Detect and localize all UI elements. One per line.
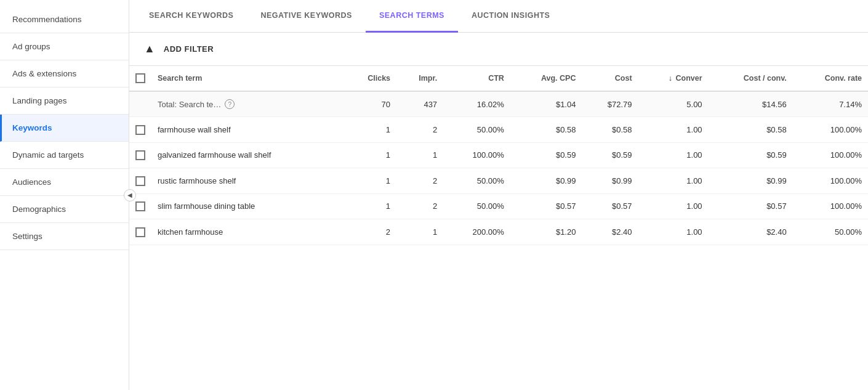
sidebar-item-dynamic-ad-targets[interactable]: Dynamic ad targets [0, 142, 129, 169]
row-checkbox-cell[interactable] [129, 117, 151, 143]
row-search-term: farmhouse wall shelf [151, 117, 343, 143]
row-cost: $0.57 [582, 193, 638, 219]
row-checkbox-cell[interactable] [129, 142, 151, 168]
sidebar-item-landing-pages[interactable]: Landing pages [0, 87, 129, 115]
col-cost: Cost [582, 66, 638, 91]
sidebar-item-ad-groups[interactable]: Ad groups [0, 33, 129, 60]
row-impr: 2 [396, 168, 443, 194]
table-row: kitchen farmhouse 2 1 200.00% $1.20 $2.4… [129, 219, 868, 245]
total-label-cell: Total: Search te… ? [151, 91, 343, 117]
total-cost: $72.79 [582, 91, 638, 117]
col-avg-cpc: Avg. CPC [510, 66, 582, 91]
tab-auction-insights[interactable]: AUCTION INSIGHTS [458, 0, 563, 33]
row-clicks: 2 [343, 219, 396, 245]
row-cost: $0.58 [582, 117, 638, 143]
sidebar: RecommendationsAd groupsAds & extensions… [0, 0, 129, 390]
row-checkbox[interactable] [135, 150, 145, 160]
row-impr: 1 [396, 219, 443, 245]
sidebar-item-ads---extensions[interactable]: Ads & extensions [0, 60, 129, 87]
row-conver: 1.00 [638, 142, 709, 168]
row-cost: $0.59 [582, 142, 638, 168]
sidebar-item-demographics[interactable]: Demographics [0, 196, 129, 223]
row-checkbox-cell[interactable] [129, 219, 151, 245]
sort-down-icon: ↓ [669, 74, 672, 83]
select-all-checkbox[interactable] [135, 73, 145, 83]
col-conver[interactable]: ↓ Conver [638, 66, 709, 91]
row-impr: 2 [396, 193, 443, 219]
tab-search-keywords[interactable]: SEARCH KEYWORDS [135, 0, 247, 33]
row-checkbox[interactable] [135, 201, 145, 211]
row-avg-cpc: $1.20 [510, 219, 582, 245]
row-checkbox[interactable] [135, 227, 145, 237]
row-clicks: 1 [343, 168, 396, 194]
table-row: galvanized farmhouse wall shelf 1 1 100.… [129, 142, 868, 168]
sidebar-item-recommendations[interactable]: Recommendations [0, 6, 129, 33]
total-label-text: Total: Search te… [158, 100, 221, 109]
sidebar-collapse-button[interactable]: ◀ [124, 189, 136, 201]
row-avg-cpc: $0.58 [510, 117, 582, 143]
row-conver: 1.00 [638, 193, 709, 219]
row-clicks: 1 [343, 193, 396, 219]
tab-bar: SEARCH KEYWORDSNEGATIVE KEYWORDSSEARCH T… [129, 0, 868, 33]
row-impr: 2 [396, 117, 443, 143]
search-terms-table: Search term Clicks Impr. CTR Avg. CPC Co… [129, 66, 868, 245]
row-impr: 1 [396, 142, 443, 168]
row-conv-rate: 100.00% [793, 142, 868, 168]
row-ctr: 50.00% [443, 193, 510, 219]
row-search-term: galvanized farmhouse wall shelf [151, 142, 343, 168]
select-all-checkbox-cell[interactable] [129, 66, 151, 91]
row-cost-conv: $0.59 [709, 142, 793, 168]
col-search-term: Search term [151, 66, 343, 91]
total-checkbox-cell [129, 91, 151, 117]
table-row: slim farmhouse dining table 1 2 50.00% $… [129, 193, 868, 219]
row-ctr: 200.00% [443, 219, 510, 245]
col-cost-conv: Cost / conv. [709, 66, 793, 91]
total-conv-rate: 7.14% [793, 91, 868, 117]
filter-bar[interactable]: ▲ ADD FILTER [129, 33, 868, 66]
col-ctr: CTR [443, 66, 510, 91]
tab-negative-keywords[interactable]: NEGATIVE KEYWORDS [247, 0, 366, 33]
add-filter-label: ADD FILTER [164, 44, 214, 54]
total-cost-conv: $14.56 [709, 91, 793, 117]
row-checkbox[interactable] [135, 125, 145, 135]
row-cost-conv: $0.57 [709, 193, 793, 219]
row-avg-cpc: $0.99 [510, 168, 582, 194]
row-conv-rate: 50.00% [793, 219, 868, 245]
row-search-term: rustic farmhouse shelf [151, 168, 343, 194]
table-total-row: Total: Search te… ? 70 437 16.02% $1.04 … [129, 91, 868, 117]
row-checkbox[interactable] [135, 176, 145, 186]
row-cost: $2.40 [582, 219, 638, 245]
row-conver: 1.00 [638, 219, 709, 245]
row-avg-cpc: $0.59 [510, 142, 582, 168]
total-conver: 5.00 [638, 91, 709, 117]
sidebar-item-keywords[interactable]: Keywords [0, 115, 129, 142]
row-conv-rate: 100.00% [793, 168, 868, 194]
total-ctr: 16.02% [443, 91, 510, 117]
row-clicks: 1 [343, 142, 396, 168]
row-search-term: slim farmhouse dining table [151, 193, 343, 219]
row-conv-rate: 100.00% [793, 117, 868, 143]
table-row: rustic farmhouse shelf 1 2 50.00% $0.99 … [129, 168, 868, 194]
col-conv-rate: Conv. rate [793, 66, 868, 91]
row-conv-rate: 100.00% [793, 193, 868, 219]
sidebar-item-audiences[interactable]: Audiences [0, 169, 129, 196]
col-clicks: Clicks [343, 66, 396, 91]
row-cost-conv: $0.58 [709, 117, 793, 143]
row-cost: $0.99 [582, 168, 638, 194]
row-avg-cpc: $0.57 [510, 193, 582, 219]
filter-icon: ▲ [144, 43, 155, 55]
row-cost-conv: $0.99 [709, 168, 793, 194]
table-header-row: Search term Clicks Impr. CTR Avg. CPC Co… [129, 66, 868, 91]
sidebar-item-settings[interactable]: Settings [0, 223, 129, 250]
total-info-icon[interactable]: ? [225, 99, 235, 109]
row-ctr: 50.00% [443, 168, 510, 194]
col-impr: Impr. [396, 66, 443, 91]
row-conver: 1.00 [638, 168, 709, 194]
row-conver: 1.00 [638, 117, 709, 143]
tab-search-terms[interactable]: SEARCH TERMS [366, 0, 458, 33]
row-ctr: 100.00% [443, 142, 510, 168]
table-row: farmhouse wall shelf 1 2 50.00% $0.58 $0… [129, 117, 868, 143]
total-avg-cpc: $1.04 [510, 91, 582, 117]
row-ctr: 50.00% [443, 117, 510, 143]
total-clicks: 70 [343, 91, 396, 117]
